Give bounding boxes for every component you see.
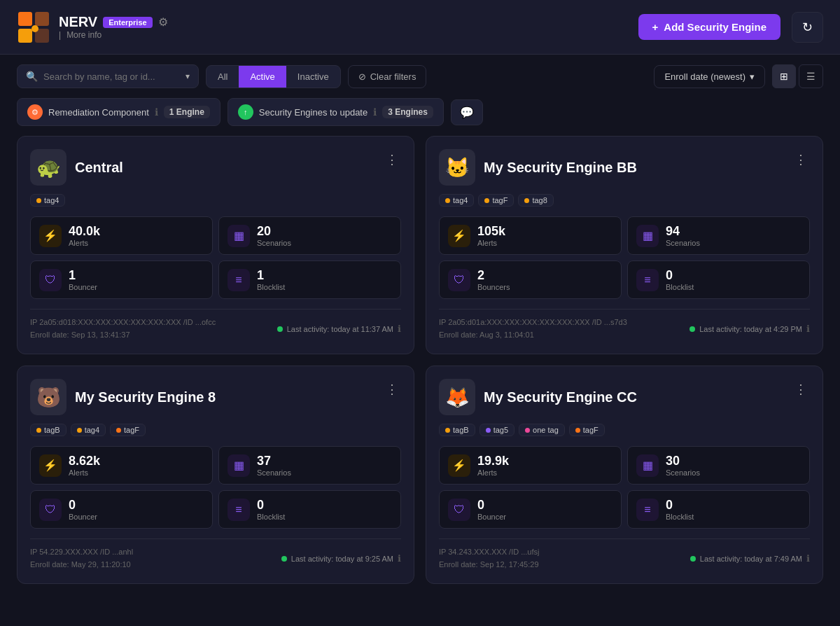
stat-icon: ▦ (636, 454, 659, 477)
stat-label: Blocklist (257, 513, 285, 521)
notification-bar: ⚙ Remediation Component ℹ 1 Engine ↑ Sec… (0, 98, 840, 136)
stat-label: Scenarios (257, 468, 291, 477)
tag-dot (36, 428, 41, 433)
card-menu-button[interactable]: ⋮ (383, 379, 401, 400)
card-title: Central (75, 160, 123, 176)
card-menu-button[interactable]: ⋮ (383, 149, 401, 170)
svg-rect-2 (18, 29, 32, 43)
stat-label: Bouncers (477, 283, 510, 291)
search-dropdown-button[interactable]: ▾ (186, 71, 190, 81)
tag-dot (484, 198, 489, 203)
engine-card-engine8: 🐻 My Security Engine 8 ⋮ tagB tag4 tagF … (17, 366, 414, 584)
tag-dot (77, 428, 82, 433)
stat-value: 1 (69, 268, 97, 283)
tag[interactable]: tagF (478, 194, 514, 207)
stat-label: Scenarios (666, 239, 700, 247)
stat-icon: ▦ (227, 454, 250, 477)
tag-label: tagB (453, 426, 469, 434)
activity-info-icon[interactable]: ℹ (398, 553, 401, 564)
enroll-date: Enroll date: Sep 12, 17:45:29 (439, 559, 539, 571)
refresh-button[interactable]: ↻ (792, 12, 823, 43)
activity-info-icon[interactable]: ℹ (806, 553, 810, 564)
stat-box: 🛡 1 Bouncer (30, 260, 213, 299)
update-label: Security Engines to update (259, 107, 368, 118)
stat-label: Bouncer (69, 513, 97, 521)
tag[interactable]: tag4 (71, 424, 106, 436)
stat-label: Alerts (477, 468, 509, 477)
tag[interactable]: tag8 (518, 194, 553, 207)
tag[interactable]: tagB (439, 424, 475, 436)
ip-address: IP 54.229.XXX.XXX /ID ...anhl (30, 546, 133, 559)
list-view-button[interactable]: ☰ (799, 64, 823, 88)
tag[interactable]: tagB (30, 424, 66, 436)
ip-address: IP 2a05:d01a:XXX:XXX:XXX:XXX:XXX:XXX /ID… (439, 317, 627, 329)
activity-dot (281, 556, 287, 562)
stat-icon: ⚡ (448, 454, 470, 477)
card-menu-button[interactable]: ⋮ (792, 379, 810, 400)
activity-info-icon[interactable]: ℹ (398, 324, 401, 334)
stat-icon: 🛡 (39, 499, 62, 521)
view-toggle: ⊞ ☰ (772, 64, 823, 88)
update-info-icon[interactable]: ℹ (373, 106, 377, 118)
filter-all-button[interactable]: All (206, 66, 239, 88)
tag-label: tagB (44, 426, 60, 434)
tag[interactable]: tagF (110, 424, 146, 436)
tag[interactable]: tag5 (479, 424, 514, 436)
stat-box: ≡ 0 Blocklist (627, 490, 810, 529)
stat-box: ⚡ 8.62k Alerts (30, 446, 213, 485)
card-stats: ⚡ 40.0k Alerts ▦ 20 Scenarios 🛡 1 Bounce… (30, 216, 401, 299)
header: NERV Enterprise ⚙ More info + Add Securi… (0, 0, 840, 55)
card-menu-button[interactable]: ⋮ (792, 149, 810, 170)
more-info-link[interactable]: More info (59, 30, 168, 40)
remediation-pill[interactable]: ⚙ Remediation Component ℹ 1 Engine (17, 98, 220, 126)
add-engine-button[interactable]: + Add Security Engine (638, 14, 780, 40)
update-count: 3 Engines (382, 106, 433, 118)
stat-box: ≡ 0 Blocklist (218, 490, 401, 529)
tag[interactable]: one tag (519, 424, 565, 436)
remediation-info-icon[interactable]: ℹ (155, 106, 158, 118)
search-input[interactable] (43, 71, 180, 82)
sort-dropdown[interactable]: Enroll date (newest) ▾ (654, 65, 765, 88)
tag-label: tag4 (453, 196, 468, 204)
filter-inactive-button[interactable]: Inactive (286, 66, 340, 88)
engine-card-bb: 🐱 My Security Engine BB ⋮ tag4 tagF tag8… (426, 136, 823, 354)
stat-icon: 🛡 (39, 269, 62, 291)
brand-info: NERV Enterprise ⚙ More info (59, 14, 168, 40)
card-header-left: 🐢 Central (30, 149, 123, 186)
stat-box: 🛡 2 Bouncers (439, 260, 622, 299)
tag-label: tagF (492, 196, 507, 204)
stat-value: 0 (69, 498, 97, 513)
tag[interactable]: tag4 (30, 194, 65, 207)
stat-icon: ≡ (636, 269, 659, 291)
sort-label: Enroll date (newest) (664, 71, 746, 82)
grid-view-button[interactable]: ⊞ (772, 64, 796, 88)
card-footer-activity: Last activity: today at 4:29 PM ℹ (690, 324, 810, 334)
stat-label: Scenarios (666, 468, 700, 477)
stat-value: 20 (257, 224, 291, 239)
header-left: NERV Enterprise ⚙ More info (17, 11, 168, 44)
update-icon: ↑ (238, 104, 253, 120)
activity-dot (277, 326, 283, 332)
card-tags: tagB tag5 one tag tagF (439, 424, 810, 436)
card-footer: IP 34.243.XXX.XXX /ID ...ufsj Enroll dat… (439, 538, 810, 571)
chat-button[interactable]: 💬 (451, 99, 483, 125)
card-header: 🐻 My Security Engine 8 ⋮ (30, 379, 401, 415)
stat-label: Alerts (477, 239, 505, 247)
tag-dot (36, 198, 41, 203)
tag-dot (486, 428, 491, 433)
stat-icon: ⚡ (39, 225, 62, 247)
stat-label: Blocklist (666, 283, 694, 291)
gear-icon[interactable]: ⚙ (158, 15, 168, 29)
tag[interactable]: tag4 (439, 194, 474, 207)
last-activity: Last activity: today at 9:25 AM (291, 555, 393, 563)
update-pill[interactable]: ↑ Security Engines to update ℹ 3 Engines (227, 98, 444, 126)
tag-dot (524, 198, 529, 203)
toolbar: 🔍 ▾ All Active Inactive ⊘ Clear filters … (0, 55, 840, 98)
card-avatar: 🐱 (439, 149, 475, 186)
tag[interactable]: tagF (569, 424, 605, 436)
activity-info-icon[interactable]: ℹ (806, 324, 810, 334)
stat-value: 8.62k (69, 454, 100, 468)
filter-active-button[interactable]: Active (239, 66, 286, 88)
stat-icon: 🛡 (448, 499, 470, 521)
clear-filters-button[interactable]: ⊘ Clear filters (348, 65, 427, 88)
